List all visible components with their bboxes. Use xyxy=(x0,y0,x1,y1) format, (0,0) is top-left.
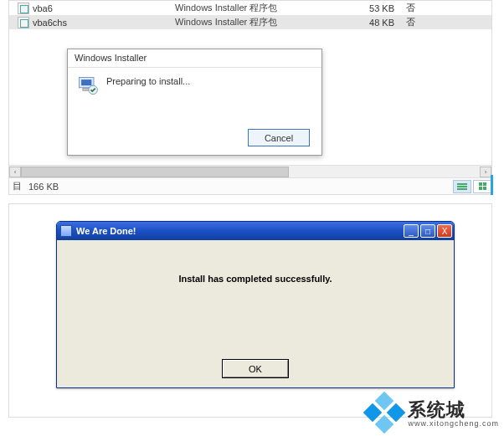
ok-button[interactable]: OK xyxy=(223,360,288,377)
statusbar-selection-label: 目 xyxy=(9,180,27,192)
view-tiles-button[interactable] xyxy=(473,180,491,193)
msi-icon xyxy=(14,17,33,28)
horizontal-scrollbar[interactable]: ‹ › xyxy=(9,165,491,177)
file-name: vba6chs xyxy=(33,18,175,28)
installer-computer-icon xyxy=(76,74,100,98)
file-list: vba6 Windows Installer 程序包 53 KB 否 vba6c… xyxy=(9,1,491,29)
file-size: 53 KB xyxy=(351,3,401,13)
table-row[interactable]: vba6 Windows Installer 程序包 53 KB 否 xyxy=(9,1,491,15)
file-attr: 否 xyxy=(401,16,435,28)
installer-message: Preparing to install... xyxy=(106,74,190,86)
titlebar-text: We Are Done! xyxy=(76,226,402,236)
status-bar: 目 166 KB xyxy=(9,177,491,194)
dialog-body: Preparing to install... xyxy=(68,68,321,105)
file-size: 48 KB xyxy=(351,18,401,28)
svg-rect-1 xyxy=(81,80,91,85)
msi-icon xyxy=(14,3,33,14)
view-switcher xyxy=(451,180,491,193)
minimize-icon: _ xyxy=(409,227,414,236)
minimize-button[interactable]: _ xyxy=(404,224,419,238)
panel-edge-decoration xyxy=(491,175,493,195)
completion-message: Install has completed successfully. xyxy=(57,274,454,284)
statusbar-size: 166 KB xyxy=(27,182,59,192)
maximize-button[interactable]: □ xyxy=(420,224,435,238)
titlebar[interactable]: We Are Done! _ □ X xyxy=(57,222,454,240)
watermark: 系统城 www.xitongcheng.com xyxy=(366,394,499,431)
scrollbar-thumb[interactable] xyxy=(21,167,289,177)
dialog-title: Windows Installer xyxy=(68,49,321,68)
windows-installer-dialog: Windows Installer Preparing to install..… xyxy=(67,49,322,156)
screenshot-panel-2: We Are Done! _ □ X Install has completed… xyxy=(8,203,492,418)
brand-url: www.xitongcheng.com xyxy=(408,419,499,428)
dialog-client-area: Install has completed successfully. OK xyxy=(57,240,454,387)
scroll-left-button[interactable]: ‹ xyxy=(9,167,21,177)
table-row[interactable]: vba6chs Windows Installer 程序包 48 KB 否 xyxy=(9,15,491,29)
scroll-right-button[interactable]: › xyxy=(480,167,491,177)
file-name: vba6 xyxy=(33,3,175,13)
brand-logo-icon xyxy=(366,394,403,431)
app-icon xyxy=(60,225,72,237)
file-type: Windows Installer 程序包 xyxy=(175,2,351,14)
close-button[interactable]: X xyxy=(437,224,452,238)
close-icon: X xyxy=(442,227,448,236)
file-attr: 否 xyxy=(401,2,435,14)
view-details-button[interactable] xyxy=(453,180,471,193)
grid-icon xyxy=(479,182,486,190)
file-type: Windows Installer 程序包 xyxy=(175,16,351,28)
cancel-button[interactable]: Cancel xyxy=(248,129,310,146)
maximize-icon: □ xyxy=(425,227,430,236)
completion-dialog: We Are Done! _ □ X Install has completed… xyxy=(56,221,455,388)
list-lines-icon xyxy=(457,183,467,190)
scrollbar-track[interactable] xyxy=(21,167,480,177)
